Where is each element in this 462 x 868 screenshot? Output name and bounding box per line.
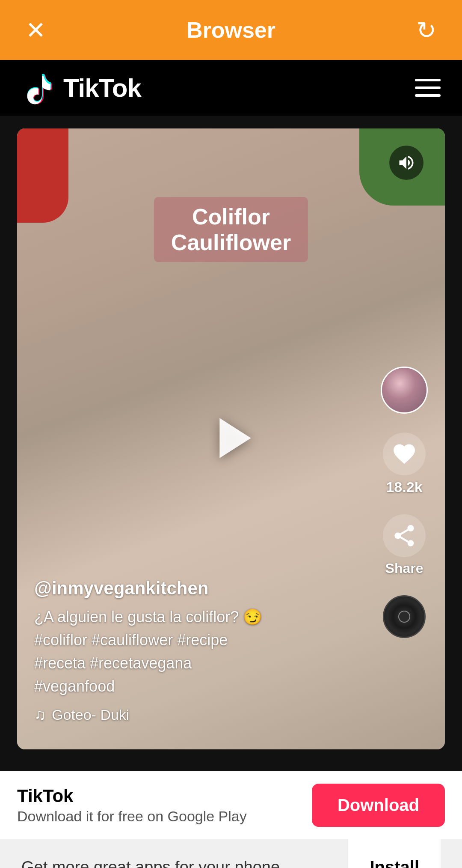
share-label: Share <box>385 561 424 576</box>
like-count: 18.2k <box>386 479 422 495</box>
video-username[interactable]: @inmyvegankitchen <box>34 578 376 599</box>
caption-line2: Cauliflower <box>171 230 291 255</box>
like-button[interactable]: 18.2k <box>383 433 426 495</box>
hamburger-line1 <box>415 79 441 81</box>
description-line4: #veganfood <box>34 677 115 695</box>
close-icon[interactable]: ✕ <box>26 16 46 44</box>
music-disc[interactable] <box>383 595 426 638</box>
creator-avatar[interactable] <box>381 367 428 414</box>
play-icon <box>197 404 265 472</box>
avatar-image <box>382 368 426 412</box>
video-bottom-text: @inmyvegankitchen ¿A alguien le gusta la… <box>34 578 376 724</box>
description-line3: #receta #recetavegana <box>34 654 192 672</box>
description-line2: #coliflor #cauliflower #recipe <box>34 631 228 649</box>
hamburger-menu[interactable] <box>415 79 441 97</box>
share-icon-circle <box>383 514 426 557</box>
music-track-name: Goteo- Duki <box>52 707 129 723</box>
play-button[interactable] <box>197 404 265 474</box>
hamburger-line2 <box>415 87 441 89</box>
browser-title: Browser <box>187 17 275 43</box>
sound-icon <box>397 153 416 172</box>
hamburger-line3 <box>415 94 441 97</box>
video-music: ♫ Goteo- Duki <box>34 706 376 724</box>
video-background: Coliflor Cauliflower <box>17 128 445 749</box>
share-icon <box>391 523 417 549</box>
download-button[interactable]: Download <box>312 784 445 827</box>
install-button[interactable]: Install <box>348 839 441 868</box>
share-button[interactable]: Share <box>383 514 426 576</box>
heart-icon <box>391 441 417 467</box>
download-app-title: TikTok <box>17 786 247 806</box>
caption-line1: Coliflor <box>171 204 291 230</box>
sound-button[interactable] <box>389 146 424 180</box>
video-caption: Coliflor Cauliflower <box>154 197 308 262</box>
music-note-icon: ♫ <box>34 706 46 724</box>
install-banner: Get more great apps for your phone Insta… <box>0 839 462 868</box>
install-banner-text: Get more great apps for your phone <box>21 858 280 868</box>
browser-bar: ✕ Browser ↻ <box>0 0 462 60</box>
video-actions: 18.2k Share <box>381 367 428 638</box>
tiktok-logo[interactable]: TikTok <box>21 71 141 105</box>
download-app-subtitle: Download it for free on Google Play <box>17 808 247 825</box>
download-banner: TikTok Download it for free on Google Pl… <box>0 771 462 839</box>
refresh-icon[interactable]: ↻ <box>416 16 436 44</box>
tiktok-header: TikTok <box>0 60 462 116</box>
description-line1: ¿A alguien le gusta la coliflor? 😏 <box>34 608 262 626</box>
video-outer: Coliflor Cauliflower <box>0 116 462 771</box>
download-banner-info: TikTok Download it for free on Google Pl… <box>17 786 247 825</box>
video-description: ¿A alguien le gusta la coliflor? 😏 #coli… <box>34 606 376 698</box>
tiktok-logo-text: TikTok <box>63 73 141 103</box>
video-card: Coliflor Cauliflower <box>17 128 445 749</box>
like-icon-circle <box>383 433 426 475</box>
tiktok-logo-icon <box>21 71 56 105</box>
